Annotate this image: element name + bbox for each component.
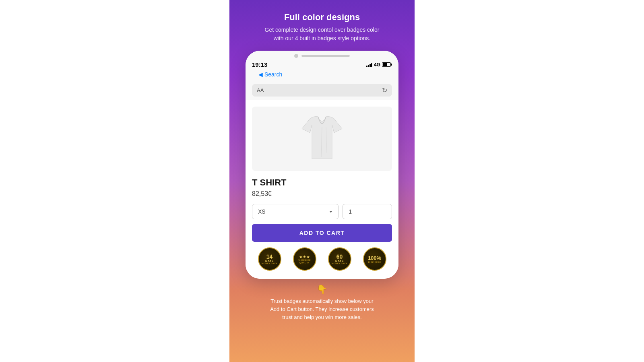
- title-section: Full color designs Get complete design c…: [265, 12, 380, 43]
- center-panel: Full color designs Get complete design c…: [229, 0, 415, 362]
- signal-bar-1: [366, 66, 367, 67]
- back-button[interactable]: ◀ Search: [258, 71, 282, 78]
- badge-14-days: 14 DAYS MONEY BACK: [258, 247, 281, 271]
- refresh-icon[interactable]: ↻: [382, 86, 387, 94]
- nav-bar: ◀ Search: [252, 70, 392, 81]
- phone-content: T SHIRT 82,53€ XS 1 ADD TO CART 14 DAYS …: [246, 100, 398, 279]
- below-phone-section: 👇 Trust badges automatically show below …: [266, 284, 378, 321]
- status-icons: 4G: [366, 62, 392, 68]
- battery-icon: [382, 62, 392, 67]
- status-time: 19:13: [252, 61, 267, 68]
- quantity-input[interactable]: 1: [343, 204, 392, 219]
- add-to-cart-button[interactable]: ADD TO CART: [252, 224, 392, 242]
- signal-bar-2: [368, 65, 369, 67]
- right-background: [415, 0, 644, 362]
- battery-body: [382, 62, 391, 67]
- product-name: T SHIRT: [252, 177, 392, 188]
- url-bar[interactable]: AA ↻: [252, 84, 392, 97]
- status-bar: 19:13 4G: [252, 60, 392, 70]
- subtitle: Get complete design contol over badges c…: [265, 26, 380, 43]
- badge-60-days: 60 DAYS MONEY BACK: [328, 247, 351, 271]
- signal-bar-4: [371, 63, 372, 67]
- hand-pointing-icon: 👇: [270, 284, 374, 295]
- product-price: 82,53€: [252, 190, 392, 197]
- product-image: [252, 107, 392, 171]
- chevron-down-icon: [329, 211, 332, 213]
- tshirt-svg: [298, 113, 346, 165]
- url-aa-label: AA: [257, 87, 264, 93]
- badges-row: 14 DAYS MONEY BACK ★★★ SUPERIOR QUALITY …: [252, 247, 392, 271]
- notch-bar: [301, 55, 350, 57]
- address-bar: AA ↻: [246, 82, 398, 100]
- notch-circle: [294, 54, 298, 58]
- phone-frame: 19:13 4G: [246, 51, 398, 279]
- battery-fill: [383, 63, 387, 66]
- badge-superior-quality: ★★★ SUPERIOR QUALITY: [293, 247, 316, 271]
- badge-100-risk-free: 100% RISK FREE: [363, 247, 386, 271]
- left-background: [0, 0, 229, 362]
- size-value: XS: [258, 208, 266, 215]
- below-phone-text: Trust badges automatically show below yo…: [270, 297, 374, 321]
- size-select[interactable]: XS: [252, 204, 339, 219]
- options-row: XS 1: [252, 204, 392, 219]
- signal-type-label: 4G: [374, 62, 380, 68]
- phone-notch-area: [252, 54, 392, 58]
- signal-bars-icon: [366, 62, 372, 67]
- battery-tip: [391, 64, 392, 66]
- signal-bar-3: [369, 64, 371, 67]
- phone-top-bar: 19:13 4G: [246, 51, 398, 82]
- main-title: Full color designs: [265, 12, 380, 23]
